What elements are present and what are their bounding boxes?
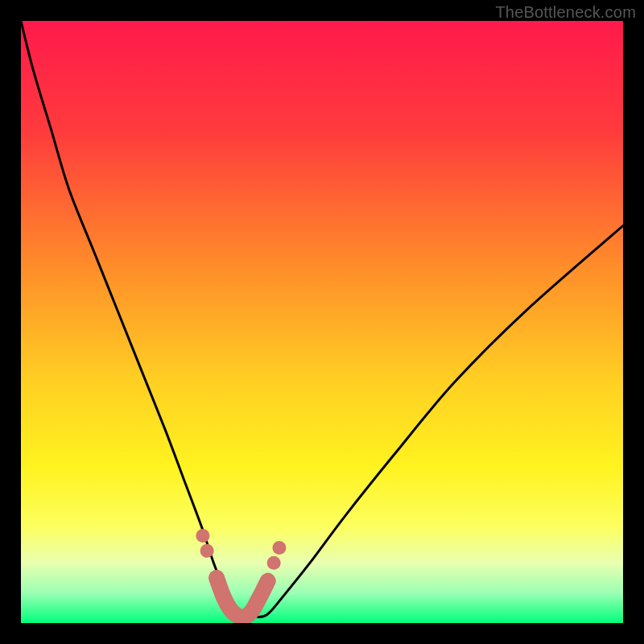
marker-dot — [267, 556, 281, 570]
marker-dot — [272, 541, 286, 555]
marker-dot — [244, 605, 258, 619]
plot-area — [21, 21, 623, 623]
marker-dot — [196, 529, 209, 543]
watermark-text: TheBottleneck.com — [495, 3, 636, 22]
chart-frame: TheBottleneck.com — [0, 0, 644, 644]
curve-layer — [21, 21, 623, 623]
marker-dot — [217, 592, 231, 606]
marker-dot — [200, 544, 214, 558]
marker-dot — [252, 592, 266, 606]
marker-dot — [210, 571, 224, 584]
bottleneck-curve — [21, 21, 623, 617]
marker-dot — [261, 574, 275, 588]
